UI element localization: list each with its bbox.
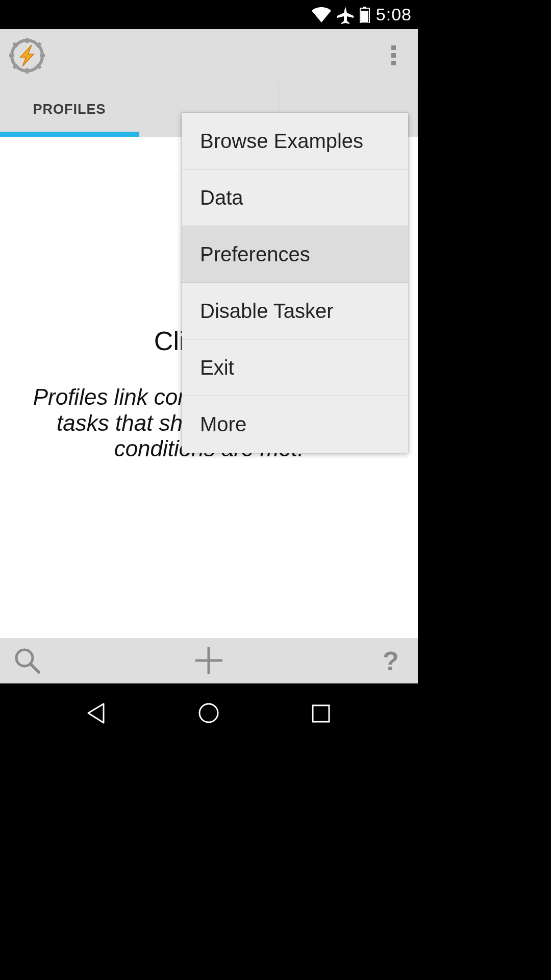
recents-square-icon [311, 703, 331, 724]
status-time: 5:08 [376, 5, 412, 24]
nav-home-button[interactable] [191, 696, 227, 731]
screen: 5:08 [0, 0, 418, 743]
menu-item-exit[interactable]: Exit [182, 339, 408, 396]
help-icon: ? [383, 646, 399, 676]
wifi-icon [312, 7, 331, 22]
svg-point-16 [199, 704, 218, 722]
airplane-icon [336, 6, 355, 24]
menu-item-more[interactable]: More [182, 396, 408, 453]
app-frame: PROFILES Click + to Profiles link contex… [0, 29, 418, 683]
overflow-menu: Browse Examples Data Preferences Disable… [182, 113, 408, 453]
menu-item-browse-examples[interactable]: Browse Examples [182, 113, 408, 169]
bottom-bar: ? [0, 638, 418, 683]
add-button[interactable] [191, 643, 227, 679]
svg-rect-6 [9, 54, 14, 57]
menu-item-label: More [200, 413, 246, 436]
nav-bar [0, 683, 418, 743]
battery-icon [360, 7, 370, 23]
menu-item-preferences[interactable]: Preferences [182, 226, 408, 283]
plus-icon [192, 644, 226, 677]
tab-profiles-label: PROFILES [33, 102, 106, 117]
menu-item-label: Data [200, 186, 243, 209]
action-bar [0, 29, 418, 82]
menu-item-disable-tasker[interactable]: Disable Tasker [182, 283, 408, 339]
svg-rect-4 [26, 38, 29, 43]
svg-rect-17 [313, 705, 329, 722]
menu-item-label: Browse Examples [200, 130, 363, 153]
nav-back-button[interactable] [79, 696, 115, 731]
svg-rect-7 [40, 54, 45, 57]
overflow-dots-icon [391, 45, 396, 65]
overflow-menu-button[interactable] [378, 40, 409, 71]
menu-item-label: Preferences [200, 243, 310, 266]
tab-indicator [0, 132, 139, 137]
svg-line-13 [31, 664, 39, 672]
search-button[interactable] [9, 643, 45, 679]
home-circle-icon [197, 702, 220, 725]
tab-profiles[interactable]: PROFILES [0, 82, 139, 137]
nav-recents-button[interactable] [303, 696, 339, 731]
menu-item-data[interactable]: Data [182, 169, 408, 226]
svg-rect-5 [26, 68, 29, 74]
help-button[interactable]: ? [373, 643, 409, 679]
tasker-logo-icon [9, 38, 45, 74]
svg-rect-2 [361, 11, 368, 22]
menu-item-label: Exit [200, 356, 234, 379]
status-bar: 5:08 [0, 0, 418, 29]
search-icon [13, 647, 41, 675]
menu-item-label: Disable Tasker [200, 300, 334, 323]
back-triangle-icon [85, 702, 108, 725]
status-icons [312, 6, 370, 24]
